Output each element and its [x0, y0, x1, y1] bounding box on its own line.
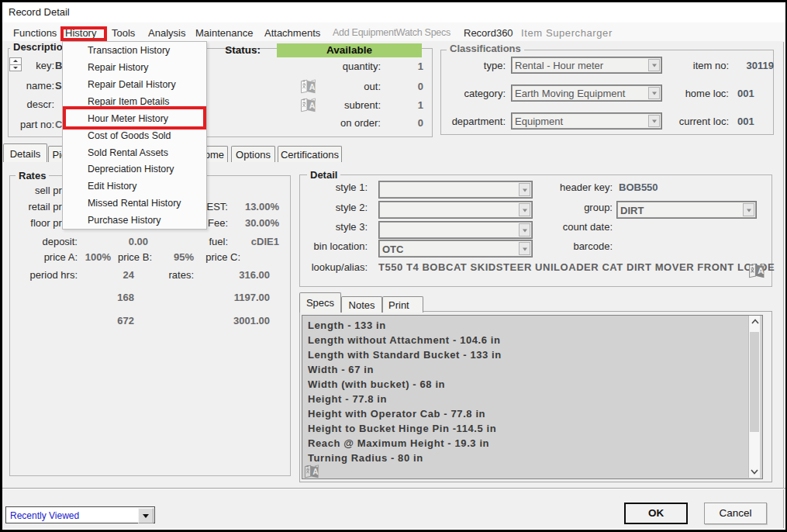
svg-text:A: A — [309, 82, 316, 92]
svg-text:A: A — [309, 101, 316, 110]
svg-text:A: A — [312, 468, 318, 476]
svg-text:A: A — [758, 266, 764, 275]
